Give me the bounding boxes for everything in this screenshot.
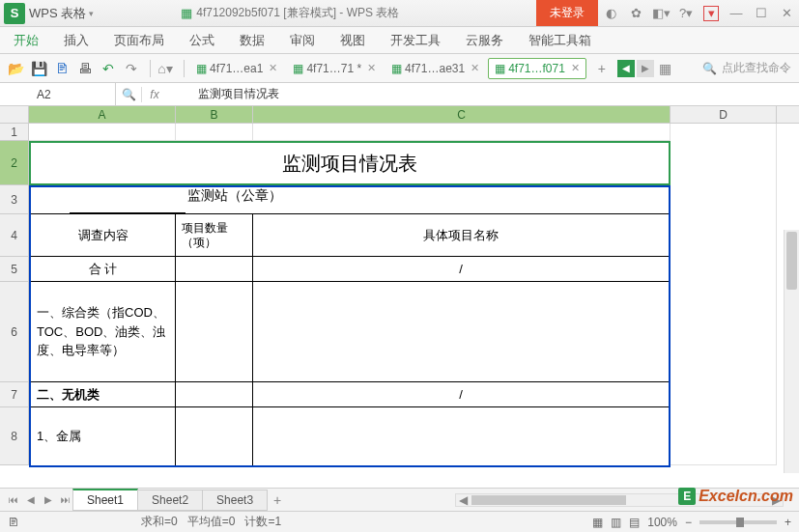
vertical-scrollbar[interactable] [784, 230, 799, 473]
zoom-slider[interactable] [699, 520, 777, 524]
header-c[interactable]: 具体项目名称 [253, 214, 669, 256]
file-tab-icon: ▦ [391, 62, 402, 75]
cell-a5[interactable]: 合 计 [31, 257, 176, 281]
app-menu-dropdown-icon[interactable]: ▾ [89, 9, 94, 18]
login-button[interactable]: 未登录 [536, 0, 598, 26]
table-row: 一、综合类（指COD、TOC、BOD、油类、浊度、电导率等） [31, 282, 669, 382]
file-tab-2[interactable]: ▦4f71…71 *✕ [286, 58, 383, 79]
status-doc-icon[interactable]: 🖹 [8, 516, 19, 529]
cell-a6[interactable]: 一、综合类（指COD、TOC、BOD、油类、浊度、电导率等） [31, 282, 176, 381]
view-page-icon[interactable]: ▥ [611, 516, 621, 529]
cell-b7[interactable] [176, 382, 253, 406]
cell-c6[interactable] [253, 282, 669, 381]
zoom-slider-thumb[interactable] [736, 518, 744, 527]
menu-formula[interactable]: 公式 [189, 32, 214, 49]
undo-icon[interactable]: ↶ [99, 59, 118, 78]
cell-a8[interactable]: 1、金属 [31, 407, 176, 465]
header-a[interactable]: 调查内容 [31, 214, 176, 256]
tab-next-button[interactable]: ▶ [637, 60, 654, 77]
skin-icon[interactable]: ◧▾ [648, 0, 673, 26]
row-header-8[interactable]: 8 [0, 407, 29, 465]
zoom-percent[interactable]: 100% [647, 516, 677, 529]
menu-dev-tools[interactable]: 开发工具 [390, 32, 441, 49]
fx-icon[interactable]: fx [142, 88, 167, 101]
menu-data[interactable]: 数据 [240, 32, 265, 49]
file-tab-close-icon[interactable]: ✕ [269, 62, 277, 74]
column-header-a[interactable]: A [29, 106, 176, 123]
sheet-title-cell[interactable]: 监测项目情况表 [29, 141, 671, 185]
feedback-icon[interactable]: ▾ [703, 6, 719, 21]
menu-smart-tools[interactable]: 智能工具箱 [528, 32, 591, 49]
sheet-nav-first-icon[interactable]: ⏮ [6, 492, 21, 508]
sheet-nav-next-icon[interactable]: ▶ [41, 492, 56, 508]
settings-icon[interactable]: ✿ [623, 0, 648, 26]
view-break-icon[interactable]: ▤ [629, 516, 640, 529]
sync-icon[interactable]: ◐ [598, 0, 623, 26]
row-header-7[interactable]: 7 [0, 382, 29, 407]
window-close-icon[interactable]: ✕ [774, 0, 799, 26]
view-normal-icon[interactable]: ▦ [592, 516, 603, 529]
print-preview-icon[interactable]: 🖹 [52, 59, 71, 78]
column-header-d[interactable]: D [671, 106, 777, 123]
formula-input[interactable]: 监测项目情况表 [167, 86, 279, 102]
hscroll-right-icon[interactable]: ▶ [772, 493, 781, 507]
horizontal-scroll-thumb[interactable] [471, 495, 626, 505]
cell-b5[interactable] [176, 257, 253, 281]
cell-a7[interactable]: 二、无机类 [31, 382, 176, 406]
window-maximize-icon[interactable]: ☐ [749, 0, 774, 26]
tab-list-icon[interactable]: ▦ [656, 59, 675, 78]
file-tab-4[interactable]: ▦4f71…f071✕ [488, 58, 586, 79]
home-icon[interactable]: ⌂▾ [156, 59, 175, 78]
sheet-tab-1[interactable]: Sheet1 [72, 489, 138, 511]
window-minimize-icon[interactable]: — [724, 0, 749, 26]
cell-b6[interactable] [176, 282, 253, 381]
cell-c8[interactable] [253, 407, 669, 465]
file-tab-close-icon[interactable]: ✕ [367, 62, 376, 74]
horizontal-scrollbar[interactable]: ◀ ▶ [455, 493, 784, 507]
save-icon[interactable]: 💾 [29, 59, 48, 78]
column-header-b[interactable]: B [176, 106, 253, 123]
cell-name-box[interactable]: A2 [0, 83, 116, 105]
sheet-tab-3[interactable]: Sheet3 [202, 490, 268, 511]
print-icon[interactable]: 🖶 [75, 59, 95, 78]
row-header-6[interactable]: 6 [0, 282, 29, 382]
zoom-out-button[interactable]: − [685, 516, 692, 529]
cells-area[interactable]: 监测项目情况表 监测站（公章） 调查内容 项目数量（项） 具体项目名称 合 计 … [29, 124, 799, 465]
menu-cloud[interactable]: 云服务 [466, 32, 503, 49]
row-header-1[interactable]: 1 [0, 124, 29, 141]
vertical-scroll-thumb[interactable] [786, 232, 797, 290]
sheet-add-button[interactable]: + [268, 492, 287, 508]
row-header-5[interactable]: 5 [0, 257, 29, 282]
menu-page-layout[interactable]: 页面布局 [114, 32, 164, 49]
open-icon[interactable]: 📂 [6, 59, 25, 78]
station-row[interactable]: 监测站（公章） [31, 185, 669, 214]
select-all-corner[interactable] [0, 106, 29, 123]
redo-icon[interactable]: ↷ [122, 59, 141, 78]
header-b[interactable]: 项目数量（项） [176, 214, 253, 256]
cell-c7[interactable]: / [253, 382, 669, 406]
sheet-tab-2[interactable]: Sheet2 [137, 490, 203, 511]
sheet-nav-last-icon[interactable]: ⏭ [58, 492, 73, 508]
file-tab-close-icon[interactable]: ✕ [571, 62, 580, 74]
sheet-nav-prev-icon[interactable]: ◀ [23, 492, 39, 508]
row-header-3[interactable]: 3 [0, 185, 29, 214]
fx-search-icon[interactable]: 🔍 [116, 88, 141, 101]
cell-c5[interactable]: / [253, 257, 669, 281]
row-header-2[interactable]: 2 [0, 141, 29, 185]
menu-review[interactable]: 审阅 [290, 32, 315, 49]
command-search[interactable]: 🔍 点此查找命令 [702, 60, 799, 76]
file-tab-1[interactable]: ▦4f71…ea1✕ [189, 58, 284, 79]
cell-b8[interactable] [176, 407, 253, 465]
file-tab-3[interactable]: ▦4f71…ae31✕ [385, 58, 486, 79]
help-icon[interactable]: ?▾ [673, 0, 699, 26]
tab-add-icon[interactable]: + [592, 59, 612, 78]
zoom-in-button[interactable]: + [785, 516, 791, 529]
hscroll-left-icon[interactable]: ◀ [456, 493, 470, 507]
row-header-4[interactable]: 4 [0, 214, 29, 257]
menu-view[interactable]: 视图 [340, 32, 365, 49]
tab-prev-button[interactable]: ◀ [617, 60, 635, 77]
menu-insert[interactable]: 插入 [64, 32, 89, 49]
file-tab-close-icon[interactable]: ✕ [471, 62, 479, 74]
menu-start[interactable]: 开始 [14, 32, 39, 49]
column-header-c[interactable]: C [253, 106, 671, 123]
